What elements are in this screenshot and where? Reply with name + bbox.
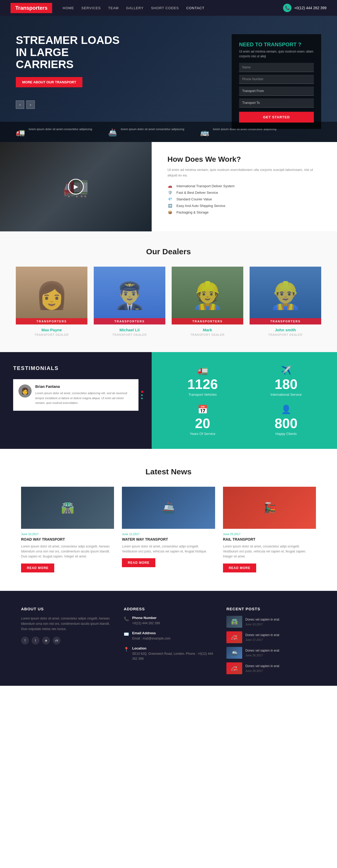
news-title-2: WATER WAY TRANSPORT (122, 537, 215, 541)
transport-from-select[interactable]: Transport From (239, 87, 314, 96)
dealer-label-3: TRANSPORTERS (172, 318, 243, 324)
dot-2[interactable] (141, 395, 143, 396)
recent-post-4: 🚒 Donec vel sapien in erat June 26,2017 (226, 662, 316, 674)
bus-icon: 🚌 (200, 128, 209, 137)
dealer-role-2: TRANSPORT DEALER (94, 333, 165, 336)
transport-to-select[interactable]: Transport To (239, 98, 314, 107)
recent-post-1: 🛣️ Donec vel sapien in erat June 10,2017 (226, 616, 316, 628)
dot-1[interactable] (141, 391, 143, 393)
stat-years: 📅 20 Years Of Service (165, 404, 241, 436)
hero-left: STREAMER LOADS IN LARGE CARRIERS More Ab… (16, 32, 221, 109)
dealer-bg-4: 👷‍♂️ (250, 267, 321, 324)
news-card-1: 🛣️ June 10,2017 ROAD WAY TRANSPORT Lorem… (21, 487, 114, 572)
how-description: Ut enim ad minima veniam, quis nostrum e… (167, 167, 321, 178)
news-card-2: 🚢 June 12,2017 WATER WAY TRANSPORT Lorem… (122, 487, 215, 572)
dealer-figure-1: 👩 (16, 267, 87, 324)
nav-links: HOME SERVICES TEAM GALLERY SHORT CODES C… (63, 6, 283, 10)
feature-label-2: Fast & Best Deliver Service (176, 191, 218, 194)
truck-icon: 🚛 (16, 128, 25, 137)
stat-international: ✈️ 180 International Service (248, 365, 324, 397)
footer-about-title: ABOUT US (21, 607, 111, 611)
prev-arrow-button[interactable]: ‹ (16, 100, 24, 109)
social-twitter[interactable]: t (32, 637, 39, 645)
stat-icon-truck: 🚛 (165, 365, 241, 375)
stat-icon-calendar: 📅 (165, 404, 241, 414)
testimonial-text: Lorem ipsum dolor sit amet, consectetur … (35, 391, 133, 405)
logo[interactable]: Transporters (10, 3, 52, 13)
dealer-bg-2: 👨‍✈️ (94, 267, 165, 324)
name-input[interactable] (239, 63, 314, 72)
dealer-label-1: TRANSPORTERS (16, 318, 87, 324)
recent-post-2: 🚒 Donec vel sapien in erat June 17,2017 (226, 631, 316, 643)
social-rss[interactable]: ◈ (42, 637, 50, 645)
stat-label-vehicles: Transport Vehicles (165, 393, 241, 397)
footer-email-item: ✉️ Email Address Email : mail@example.co… (124, 631, 213, 641)
footer-location-label: Location (132, 646, 213, 650)
dealer-label-4: TRANSPORTERS (250, 318, 321, 324)
social-icons: f t ◈ vk (21, 637, 111, 645)
footer-address-title: ADDRESS (124, 607, 213, 611)
recent-post-date-4: June 26,2017 (245, 669, 279, 672)
nav-gallery[interactable]: GALLERY (126, 6, 144, 10)
footer-email-label: Email Address (132, 631, 171, 635)
dealer-card-2: 👨‍✈️ TRANSPORTERS Michael Lii TRANSPORT … (94, 267, 165, 336)
stat-label-years: Years Of Service (165, 432, 241, 436)
nav-shortcodes[interactable]: SHORT CODES (151, 6, 179, 10)
social-vk[interactable]: vk (53, 637, 61, 645)
news-title-3: RAIL TRANSPORT (223, 537, 316, 541)
email-addr-icon: ✉️ (124, 631, 129, 637)
news-date-2: June 12,2017 (122, 532, 215, 536)
how-section: 🚛 ▶ How Does We Work? Ut enim ad minima … (0, 142, 337, 231)
footer-phone-value: +0(12) 444 262 399 (132, 621, 160, 626)
hero-arrows: ‹ › (16, 100, 221, 109)
hero-cta-button[interactable]: More About Our Transport (16, 77, 82, 87)
read-more-button-2[interactable]: Read More (122, 558, 155, 567)
feature-fast: 🛡️ Fast & Best Deliver Service (167, 191, 321, 194)
play-button[interactable]: ▶ (68, 179, 84, 194)
dealer-role-3: TRANSPORT DEALER (172, 333, 243, 336)
stat-clients: 👤 800 Happy Clients (248, 404, 324, 436)
nav-team[interactable]: TEAM (108, 6, 119, 10)
phone-addr-icon: 📞 (124, 616, 129, 621)
dealer-name-2: Michael Lii (94, 328, 165, 332)
stat-label-clients: Happy Clients (248, 432, 324, 436)
testimonial-avatar: 👩 (19, 384, 32, 398)
social-facebook[interactable]: f (21, 637, 29, 645)
recent-post-date-2: June 17,2017 (245, 638, 279, 641)
hero-icon-ship-text: lorem ipsum dolor sit amet consectetur a… (121, 127, 184, 131)
read-more-button-1[interactable]: Read More (21, 563, 54, 572)
footer-location-item: 📍 Location SE10 8JQ, Greenwich Road, Lon… (124, 646, 213, 661)
recent-post-title-1: Donec vel sapien in erat (245, 617, 279, 622)
hero-form: Transport From Transport To GET STARTED (239, 63, 314, 123)
news-image-2: 🚢 (122, 487, 215, 529)
news-image-3: 🚂 (223, 487, 316, 529)
next-arrow-button[interactable]: › (26, 100, 35, 109)
dealer-name-1: Max Payne (16, 328, 87, 332)
news-date-1: June 10,2017 (21, 532, 114, 536)
news-grid: 🛣️ June 10,2017 ROAD WAY TRANSPORT Lorem… (21, 487, 316, 572)
recent-post-text-2: Donec vel sapien in erat June 17,2017 (245, 633, 279, 641)
recent-post-date-3: June 26,2017 (245, 654, 279, 657)
footer-phone-label: Phone Number (132, 616, 160, 620)
dealer-card-3: 👷 TRANSPORTERS Mark TRANSPORT DEALER (172, 267, 243, 336)
stat-number-years: 20 (165, 416, 241, 430)
dealer-figure-4: 👷‍♂️ (250, 267, 321, 324)
footer-address: ADDRESS 📞 Phone Number +0(12) 444 262 39… (124, 607, 213, 678)
footer: ABOUT US Lorem ipsum dolor sit amet, con… (0, 591, 337, 686)
feature-icon-3: 💎 (167, 197, 173, 201)
form-heading-highlight: TRANSPORT (264, 41, 297, 47)
stat-number-clients: 800 (248, 416, 324, 430)
dot-3[interactable] (141, 398, 143, 399)
testimonials-title: TESTIMONIALS (13, 365, 139, 371)
nav-contact[interactable]: CONTACT (187, 6, 204, 10)
news-title-1: ROAD WAY TRANSPORT (21, 537, 114, 541)
read-more-button-3[interactable]: Read More (223, 563, 256, 572)
get-started-button[interactable]: GET STARTED (239, 112, 314, 123)
nav-home[interactable]: HOME (63, 6, 74, 10)
navigation: Transporters HOME SERVICES TEAM GALLERY … (0, 0, 337, 16)
phone-input[interactable] (239, 75, 314, 84)
feature-auto: ➡️ Easy And Auto Shipping Service (167, 204, 321, 208)
footer-location-value: SE10 8JQ, Greenwich Road, London. Phone … (132, 651, 213, 661)
how-video-area: 🚛 ▶ (0, 142, 152, 231)
nav-services[interactable]: SERVICES (81, 6, 101, 10)
